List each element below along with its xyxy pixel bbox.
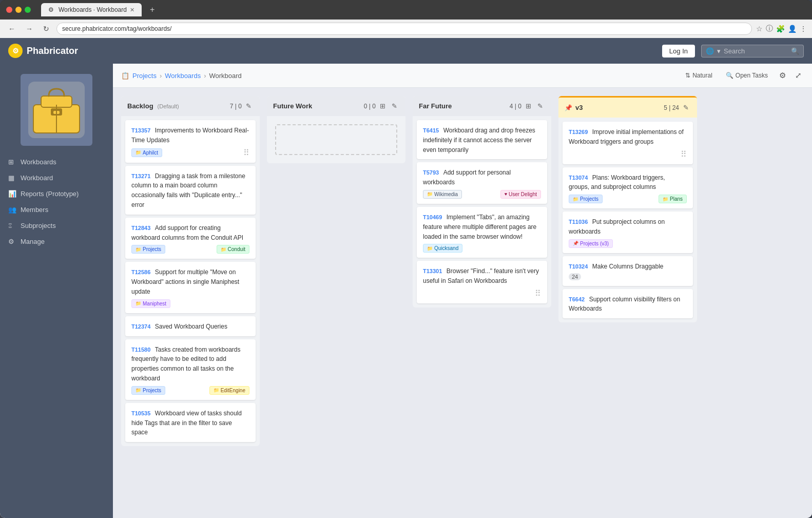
- sidebar-item-subprojects[interactable]: ⑄ Subprojects: [0, 218, 113, 234]
- main-layout: ⊞ Workboards ▦ Workboard 📊 Reports (Prot…: [0, 64, 812, 518]
- app-name: Phabricator: [27, 46, 78, 56]
- manage-icon: ⚙: [8, 238, 16, 245]
- address-bar[interactable]: secure.phabricator.com/tag/workboards/: [56, 23, 752, 35]
- task-card-T5793[interactable]: T5793 Add support for personal workboard…: [417, 162, 547, 204]
- task-id: T11580: [131, 347, 150, 353]
- breadcrumb-workboards[interactable]: Workboards: [165, 72, 201, 80]
- tab-title: Workboards · Workboard: [59, 6, 127, 13]
- natural-icon: ⇅: [685, 72, 690, 79]
- sidebar-members-label: Members: [21, 206, 48, 214]
- task-content: T5793 Add support for personal workboard…: [423, 167, 541, 187]
- nav-icons: ☆ ⓘ 🧩 👤 ⋮: [756, 24, 807, 33]
- minimize-button[interactable]: [15, 7, 22, 13]
- column-future-work: Future Work 0 | 0 ⊞ ✎: [267, 96, 405, 163]
- settings-button[interactable]: ⚙: [777, 69, 788, 82]
- task-tags: 📁 Projects 📁 Plans: [569, 195, 687, 203]
- sidebar: ⊞ Workboards ▦ Workboard 📊 Reports (Prot…: [0, 64, 113, 518]
- task-card-T13301[interactable]: T13301 Browser "Find..." feature isn't v…: [417, 261, 547, 303]
- v3-edit-button[interactable]: ✎: [681, 103, 691, 112]
- task-card-T6642[interactable]: T6642 Support column visibility filters …: [563, 289, 693, 319]
- sidebar-item-workboard[interactable]: ▦ Workboard: [0, 170, 113, 186]
- dropdown-arrow[interactable]: ▾: [717, 47, 721, 55]
- tab-close-button[interactable]: ✕: [130, 7, 134, 13]
- far-count: 4 | 0: [510, 103, 521, 110]
- active-tab[interactable]: ⚙ Workboards · Workboard ✕: [41, 3, 142, 16]
- forward-button[interactable]: →: [23, 23, 36, 35]
- traffic-lights: [6, 7, 31, 13]
- task-card-T11036[interactable]: T11036 Put subproject columns on workboa…: [563, 212, 693, 253]
- backlog-edit-button[interactable]: ✎: [244, 101, 254, 111]
- task-card-T12374[interactable]: T12374 Saved Workboard Queries: [125, 316, 256, 336]
- task-card-T10324[interactable]: T10324 Make Columns Draggable 24: [563, 256, 693, 286]
- task-content: T10535 Workboard view of tasks should hi…: [131, 408, 249, 437]
- task-card-T6415[interactable]: T6415 Workboard drag and drop freezes in…: [417, 120, 547, 159]
- column-body-v3: T13269 Improve initial implementations o…: [558, 118, 697, 322]
- login-button[interactable]: Log In: [662, 45, 695, 57]
- column-actions-backlog: 7 | 0 ✎: [230, 101, 254, 111]
- future-settings-button[interactable]: ⊞: [378, 101, 388, 111]
- extensions-icon[interactable]: 🧩: [776, 25, 785, 33]
- task-card-T13357[interactable]: T13357 Improvements to Workboard Real-Ti…: [125, 120, 256, 163]
- task-content: T12586 Support for multiple "Move on Wor…: [131, 267, 249, 296]
- tag-projects-v3-2: 📌 Projects (v3): [569, 239, 613, 248]
- task-card-T11580[interactable]: T11580 Tasks created from workboards fre…: [125, 339, 256, 400]
- task-card-T13074[interactable]: T13074 Plans: Workboard triggers, groups…: [563, 167, 693, 209]
- pin-icon: 📌: [565, 104, 572, 111]
- avatar-icon[interactable]: 👤: [788, 25, 797, 33]
- reports-icon: 📊: [8, 190, 16, 198]
- sidebar-item-workboards[interactable]: ⊞ Workboards: [0, 154, 113, 170]
- backlog-count: 7 | 0: [230, 103, 242, 110]
- future-edit-button[interactable]: ✎: [390, 101, 399, 111]
- back-button[interactable]: ←: [5, 23, 18, 35]
- new-tab-button[interactable]: +: [146, 3, 159, 16]
- task-card-T10469[interactable]: T10469 Implement "Tabs", an amazing feat…: [417, 207, 547, 258]
- task-card-T13269[interactable]: T13269 Improve initial implementations o…: [563, 122, 693, 164]
- sidebar-item-members[interactable]: 👥 Members: [0, 202, 113, 218]
- column-actions-far: 4 | 0 ⊞ ✎: [510, 101, 545, 111]
- browser-titlebar: ⚙ Workboards · Workboard ✕ +: [0, 0, 812, 20]
- task-tags: 📁 Projects 📁 Conduit: [131, 245, 249, 254]
- breadcrumb-sep1: ›: [160, 72, 162, 80]
- column-far-future: Far Future 4 | 0 ⊞ ✎: [413, 96, 551, 308]
- task-id: T13269: [569, 129, 588, 135]
- maximize-button[interactable]: [25, 7, 31, 13]
- refresh-button[interactable]: ↻: [40, 23, 52, 35]
- task-card-T13271[interactable]: T13271 Dragging a task from a milestone …: [125, 166, 256, 215]
- backlog-subtitle: (Default): [158, 103, 179, 109]
- breadcrumb: 📋 Projects › Workboards › Workboard: [121, 72, 242, 80]
- workboards-icon: ⊞: [8, 158, 16, 166]
- search-input[interactable]: [724, 47, 788, 55]
- far-edit-button[interactable]: ✎: [535, 101, 545, 111]
- workboard-icon: ▦: [8, 174, 16, 182]
- fullscreen-button[interactable]: ⤢: [793, 69, 804, 82]
- info-icon[interactable]: ⓘ: [766, 24, 773, 33]
- task-card-T12586[interactable]: T12586 Support for multiple "Move on Wor…: [125, 262, 256, 313]
- drag-icon: ⠿: [681, 149, 687, 159]
- future-title: Future Work: [273, 102, 312, 110]
- far-settings-button[interactable]: ⊞: [524, 101, 533, 111]
- menu-icon[interactable]: ⋮: [800, 25, 807, 33]
- task-id: T11036: [569, 219, 588, 225]
- breadcrumb-icon: 📋: [121, 72, 129, 80]
- tag-wikimedia: 📁 Wikimedia: [423, 190, 462, 199]
- column-header-v3: 📌 v3 5 | 24 ✎: [558, 98, 697, 118]
- natural-button[interactable]: ⇅ Natural: [681, 70, 717, 81]
- task-card-T12843[interactable]: T12843 Add support for creating workboar…: [125, 218, 256, 259]
- search-submit-icon[interactable]: 🔍: [791, 47, 799, 55]
- sidebar-item-reports[interactable]: 📊 Reports (Prototype): [0, 186, 113, 202]
- breadcrumb-current: Workboard: [209, 72, 242, 80]
- tag-projects: 📁 Projects: [131, 245, 165, 254]
- open-tasks-button[interactable]: 🔍 Open Tasks: [722, 70, 772, 81]
- tag-plans: 📁 Plans: [659, 195, 687, 203]
- task-card-T10535[interactable]: T10535 Workboard view of tasks should hi…: [125, 403, 256, 442]
- browser-window: ⚙ Workboards · Workboard ✕ + ← → ↻ secur…: [0, 0, 812, 518]
- breadcrumb-projects[interactable]: Projects: [132, 72, 157, 80]
- app: ⚙ Phabricator Log In 🌐 ▾ 🔍: [0, 38, 812, 518]
- close-button[interactable]: [6, 7, 12, 13]
- task-content: T12843 Add support for creating workboar…: [131, 223, 249, 242]
- column-actions-v3: 5 | 24 ✎: [664, 103, 691, 112]
- sidebar-item-manage[interactable]: ⚙ Manage: [0, 234, 113, 250]
- column-header-backlog: Backlog (Default) 7 | 0 ✎: [121, 96, 260, 116]
- bookmark-icon[interactable]: ☆: [756, 25, 763, 33]
- task-title: Support column visibility filters on Wor…: [569, 296, 680, 313]
